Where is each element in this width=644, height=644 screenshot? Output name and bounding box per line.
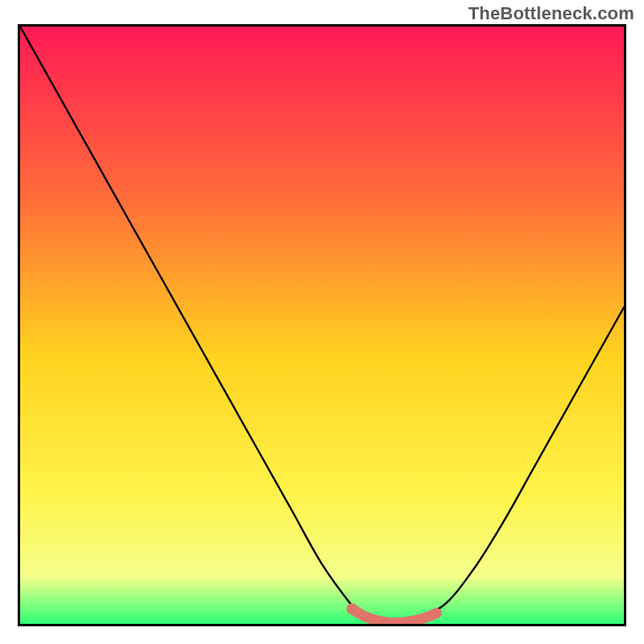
bottleneck-chart: [20, 27, 624, 624]
highlight-start-dot: [347, 603, 358, 614]
plot-border: [18, 24, 626, 626]
chart-frame: TheBottleneck.com: [0, 0, 644, 644]
gradient-background: [20, 27, 624, 624]
plot-area: [20, 27, 624, 624]
watermark-text: TheBottleneck.com: [469, 3, 634, 24]
